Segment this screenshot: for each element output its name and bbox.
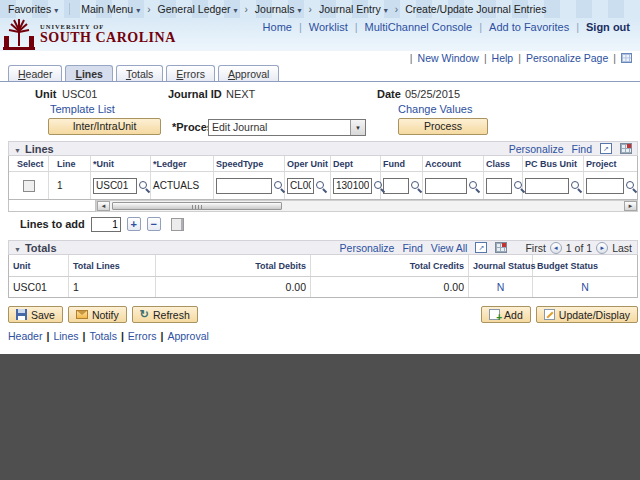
horizontal-scrollbar[interactable] <box>96 200 638 212</box>
popup-icon[interactable] <box>600 143 612 154</box>
footer-approval-link[interactable]: Approval <box>167 330 208 342</box>
breadcrumb-journal-entry-label: Journal Entry <box>319 3 381 15</box>
lookup-icon[interactable] <box>373 180 385 192</box>
column-class: Class <box>484 156 523 171</box>
template-list-link[interactable]: Template List <box>50 103 115 115</box>
lines-personalize-link[interactable]: Personalize <box>509 143 564 155</box>
lookup-icon[interactable] <box>625 180 637 192</box>
personalize-page-link[interactable]: Personalize Page <box>526 52 608 64</box>
lookup-icon[interactable] <box>273 180 285 192</box>
journal-status-link[interactable]: N <box>497 281 505 293</box>
column-fund: Fund <box>381 156 423 171</box>
separator <box>83 330 86 342</box>
scrollbar-thumb[interactable] <box>112 202 282 210</box>
footer-totals-link[interactable]: Totals <box>89 330 116 342</box>
totals-view-all-link[interactable]: View All <box>431 242 468 254</box>
separator <box>518 52 521 64</box>
add-button[interactable]: Add <box>481 306 531 323</box>
lines-to-add-input[interactable] <box>91 217 121 232</box>
tab-header[interactable]: Header <box>8 65 62 81</box>
refresh-button[interactable]: Refresh <box>132 306 198 323</box>
add-row-button[interactable] <box>127 217 141 231</box>
help-link[interactable]: Help <box>492 52 514 64</box>
inter-intra-unit-button[interactable]: Inter/IntraUnit <box>48 118 161 135</box>
separator <box>46 330 49 342</box>
class-input[interactable] <box>486 178 512 194</box>
footer-header-link[interactable]: Header <box>8 330 42 342</box>
speedtype-input[interactable] <box>216 178 272 194</box>
insert-lines-icon[interactable] <box>171 218 184 231</box>
last-label: Last <box>612 242 632 254</box>
tab-lines[interactable]: Lines <box>65 65 112 81</box>
separator <box>613 52 616 64</box>
breadcrumb-journal-entry[interactable]: Journal Entry <box>319 3 388 15</box>
save-button[interactable]: Save <box>8 306 63 323</box>
update-display-button[interactable]: Update/Display <box>536 306 638 323</box>
select-dropdown-icon[interactable] <box>350 120 365 135</box>
next-page-icon[interactable] <box>596 242 608 254</box>
scroll-right-icon[interactable] <box>624 201 637 211</box>
lines-find-link[interactable]: Find <box>572 143 592 155</box>
usc-logo-icon <box>2 18 36 51</box>
home-link[interactable]: Home <box>263 21 292 33</box>
scroll-left-icon[interactable] <box>97 201 110 211</box>
worklist-link[interactable]: Worklist <box>309 21 348 33</box>
fund-input[interactable] <box>383 178 409 194</box>
download-icon[interactable] <box>495 242 507 253</box>
breadcrumb-favorites[interactable]: Favorites <box>8 3 58 15</box>
download-icon[interactable] <box>620 143 632 154</box>
oper-unit-input[interactable] <box>287 178 314 194</box>
lookup-icon[interactable] <box>138 180 150 192</box>
project-input[interactable] <box>586 178 624 194</box>
breadcrumb-journals[interactable]: Journals <box>255 3 302 15</box>
column-dept: Dept <box>331 156 381 171</box>
lookup-icon[interactable] <box>570 180 582 192</box>
account-input[interactable] <box>425 178 467 194</box>
breadcrumb-general-ledger[interactable]: General Ledger <box>158 3 238 15</box>
collapse-triangle-icon[interactable] <box>14 242 21 254</box>
scrollbar-track[interactable] <box>110 201 624 211</box>
breadcrumb-separator-icon <box>393 3 400 15</box>
notify-label: Notify <box>92 309 119 321</box>
breadcrumb-favorites-label: Favorites <box>8 3 51 15</box>
change-values-link[interactable]: Change Values <box>398 103 472 115</box>
totals-personalize-link[interactable]: Personalize <box>340 242 395 254</box>
tab-errors[interactable]: Errors <box>166 65 215 81</box>
collapse-triangle-icon[interactable] <box>14 143 21 155</box>
lookup-icon[interactable] <box>315 180 327 192</box>
lookup-icon[interactable] <box>468 180 480 192</box>
pc-bus-unit-input[interactable] <box>525 178 569 194</box>
new-window-link[interactable]: New Window <box>418 52 479 64</box>
dept-input[interactable] <box>333 178 372 194</box>
footer-lines-link[interactable]: Lines <box>53 330 78 342</box>
tab-totals[interactable]: Totals <box>116 65 163 81</box>
copy-url-icon[interactable] <box>621 53 632 63</box>
column-total-debits: Total Debits <box>156 255 311 276</box>
lookup-icon[interactable] <box>513 180 525 192</box>
prev-page-icon[interactable] <box>550 242 562 254</box>
date-value: 05/25/2015 <box>405 88 460 100</box>
process-select[interactable]: Edit Journal <box>208 119 366 136</box>
column-total-credits: Total Credits <box>311 255 469 276</box>
popup-icon[interactable] <box>475 242 487 253</box>
process-button[interactable]: Process <box>398 118 488 135</box>
sign-out-link[interactable]: Sign out <box>586 21 630 33</box>
notify-button[interactable]: Notify <box>68 306 127 323</box>
lookup-icon[interactable] <box>410 180 422 192</box>
breadcrumb-separator-icon <box>243 3 250 15</box>
footer-errors-link[interactable]: Errors <box>128 330 157 342</box>
add-to-favorites-link[interactable]: Add to Favorites <box>489 21 569 33</box>
first-label: First <box>525 242 545 254</box>
multichannel-console-link[interactable]: MultiChannel Console <box>365 21 473 33</box>
journal-id-value: NEXT <box>226 88 255 100</box>
tab-approval[interactable]: Approval <box>218 65 279 81</box>
column-project: Project <box>584 156 637 171</box>
unit-value: USC01 <box>62 88 97 100</box>
budget-status-link[interactable]: N <box>581 281 589 293</box>
breadcrumb-main-menu[interactable]: Main Menu <box>81 3 140 15</box>
unit-input[interactable] <box>93 178 137 194</box>
delete-row-button[interactable] <box>147 217 161 231</box>
select-checkbox[interactable] <box>23 180 35 192</box>
chevron-down-icon <box>233 3 237 15</box>
totals-find-link[interactable]: Find <box>402 242 422 254</box>
